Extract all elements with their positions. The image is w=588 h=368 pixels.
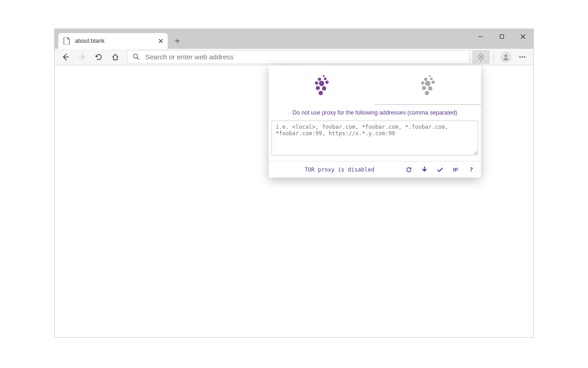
extension-grape-icon	[477, 52, 485, 62]
svg-point-2	[481, 53, 481, 54]
svg-point-29	[431, 80, 435, 84]
svg-point-10	[480, 60, 481, 61]
svg-point-6	[480, 56, 482, 58]
svg-point-19	[319, 81, 324, 86]
svg-point-16	[318, 78, 321, 81]
popup-actions: IP ?	[405, 166, 475, 174]
svg-point-32	[424, 91, 429, 95]
new-tab-button[interactable]	[170, 34, 184, 48]
search-icon	[132, 53, 140, 61]
svg-point-7	[483, 56, 484, 58]
svg-point-21	[316, 86, 320, 90]
svg-point-25	[424, 77, 427, 80]
svg-point-31	[428, 86, 432, 90]
toolbar: Search or enter web address	[55, 49, 533, 65]
svg-point-23	[318, 91, 322, 95]
svg-point-27	[421, 81, 424, 85]
svg-point-30	[422, 86, 426, 90]
svg-rect-0	[500, 34, 503, 38]
title-bar: about:blank	[55, 29, 533, 49]
extension-button[interactable]	[472, 50, 490, 64]
avatar-icon	[500, 52, 511, 63]
ip-button[interactable]: IP	[452, 166, 460, 174]
proxy-status-text: TOR proxy is disabled	[274, 167, 405, 173]
tab-title: about:blank	[75, 38, 105, 44]
maximize-button[interactable]	[491, 29, 512, 44]
svg-point-28	[425, 80, 430, 86]
toolbar-right	[472, 50, 531, 64]
svg-point-15	[322, 75, 324, 77]
minimize-button[interactable]	[470, 29, 491, 44]
home-button[interactable]	[107, 50, 124, 64]
close-window-button[interactable]	[512, 29, 533, 44]
page-viewport: Do not use proxy for the following addre…	[55, 65, 533, 337]
popup-mode-tabs	[269, 65, 481, 105]
help-button[interactable]: ?	[467, 166, 475, 174]
reload-icon[interactable]	[405, 166, 413, 174]
svg-point-9	[481, 58, 483, 59]
svg-point-14	[524, 56, 526, 58]
grape-icon-grey	[419, 74, 437, 96]
popup-body: Do not use proxy for the following addre…	[269, 105, 481, 161]
svg-point-3	[479, 54, 480, 56]
more-menu-button[interactable]	[514, 50, 531, 64]
svg-point-4	[481, 54, 483, 56]
download-icon[interactable]	[420, 166, 429, 174]
back-button[interactable]	[57, 50, 74, 64]
popup-footer: TOR proxy is disabled IP ?	[269, 161, 481, 178]
svg-point-18	[315, 81, 318, 85]
profile-button[interactable]	[498, 50, 514, 64]
svg-point-24	[429, 75, 430, 77]
svg-point-13	[522, 56, 523, 58]
forward-button	[74, 50, 90, 64]
check-icon[interactable]	[436, 166, 444, 174]
svg-point-22	[322, 86, 326, 91]
svg-point-8	[479, 58, 480, 59]
popup-tab-inactive[interactable]	[375, 65, 481, 105]
exceptions-label: Do not use proxy for the following addre…	[271, 109, 478, 116]
svg-point-17	[324, 77, 327, 80]
browser-tab[interactable]: about:blank	[58, 33, 168, 49]
toolbar-divider	[493, 52, 494, 62]
svg-point-1	[133, 54, 137, 58]
grape-icon-purple	[313, 74, 331, 96]
svg-point-5	[478, 56, 479, 58]
popup-tab-active[interactable]	[269, 65, 375, 105]
close-tab-icon[interactable]	[158, 38, 164, 44]
address-placeholder: Search or enter web address	[145, 53, 234, 61]
refresh-button[interactable]	[90, 50, 107, 64]
extension-popup: Do not use proxy for the following addre…	[269, 65, 481, 178]
browser-window: about:blank	[54, 29, 534, 338]
svg-point-20	[325, 80, 328, 84]
exceptions-textarea[interactable]	[271, 121, 478, 155]
svg-point-26	[430, 77, 433, 80]
page-icon	[63, 37, 70, 45]
svg-point-11	[504, 54, 507, 57]
svg-point-12	[520, 56, 521, 58]
address-bar[interactable]: Search or enter web address	[127, 50, 469, 64]
window-controls	[470, 29, 533, 44]
